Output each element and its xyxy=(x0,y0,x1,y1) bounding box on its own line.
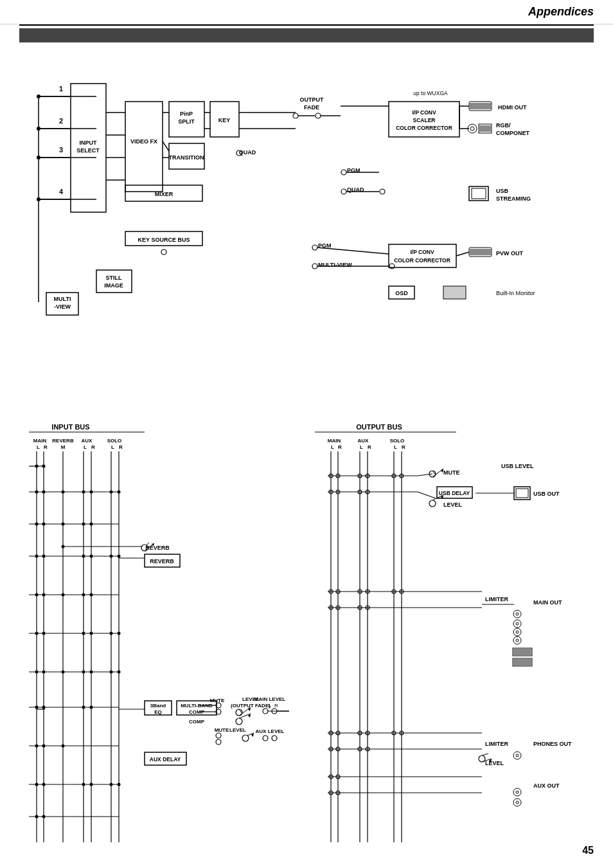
svg-point-293 xyxy=(513,620,521,628)
svg-point-209 xyxy=(62,545,65,548)
svg-point-147 xyxy=(118,491,121,494)
svg-point-173 xyxy=(118,632,121,635)
page-container: Appendices 1 2 3 4 xyxy=(0,0,613,868)
svg-point-152 xyxy=(82,523,85,526)
svg-text:MUTE: MUTE xyxy=(215,727,229,733)
svg-text:SOLO: SOLO xyxy=(390,438,405,444)
svg-point-232 xyxy=(236,718,242,725)
svg-text:USB LEVEL: USB LEVEL xyxy=(501,463,534,469)
svg-point-195 xyxy=(90,783,93,786)
svg-text:INPUT: INPUT xyxy=(80,140,98,146)
svg-point-155 xyxy=(35,555,39,558)
svg-line-104 xyxy=(456,252,469,256)
svg-point-279 xyxy=(429,500,436,507)
svg-point-143 xyxy=(62,491,65,494)
svg-point-151 xyxy=(62,523,65,526)
svg-point-84 xyxy=(341,189,346,194)
svg-point-160 xyxy=(118,555,121,558)
svg-point-176 xyxy=(42,671,46,674)
svg-text:SELECT: SELECT xyxy=(76,147,100,154)
svg-point-337 xyxy=(513,788,521,796)
svg-text:RGB/: RGB/ xyxy=(496,122,511,129)
svg-text:LEVEL: LEVEL xyxy=(229,727,246,733)
svg-point-180 xyxy=(110,671,113,674)
svg-text:STILL: STILL xyxy=(106,275,122,281)
svg-text:KEY SOURCE BUS: KEY SOURCE BUS xyxy=(138,237,190,243)
svg-rect-24 xyxy=(125,102,163,192)
svg-point-86 xyxy=(380,189,385,194)
svg-rect-302 xyxy=(513,659,531,665)
svg-text:4: 4 xyxy=(59,188,64,195)
svg-text:R: R xyxy=(119,444,123,450)
svg-text:PHONES OUT: PHONES OUT xyxy=(533,741,572,747)
svg-text:SCALER: SCALER xyxy=(413,117,436,123)
svg-point-169 xyxy=(42,632,46,635)
svg-rect-87 xyxy=(389,244,456,267)
svg-point-51 xyxy=(161,249,166,255)
svg-text:AUX LEVEL: AUX LEVEL xyxy=(256,728,285,734)
svg-text:MAIN OUT: MAIN OUT xyxy=(533,599,562,606)
svg-text:L: L xyxy=(360,444,363,450)
svg-rect-102 xyxy=(443,286,466,299)
svg-text:LEVEL: LEVEL xyxy=(485,760,504,766)
svg-point-142 xyxy=(42,491,46,494)
svg-point-298 xyxy=(516,639,519,642)
svg-text:SPLIT: SPLIT xyxy=(178,118,195,125)
svg-text:L: L xyxy=(84,444,87,450)
svg-point-188 xyxy=(35,745,39,748)
svg-text:M: M xyxy=(61,444,66,450)
svg-text:SOLO: SOLO xyxy=(107,438,122,444)
svg-point-243 xyxy=(263,736,268,741)
svg-point-159 xyxy=(110,555,113,558)
svg-text:1: 1 xyxy=(59,85,63,93)
svg-point-338 xyxy=(516,791,519,793)
svg-text:R: R xyxy=(338,444,342,450)
video-diagram-svg: 1 2 3 4 INPUT SELECT xyxy=(19,45,594,405)
svg-text:MUTE: MUTE xyxy=(443,469,460,476)
svg-text:HDMI OUT: HDMI OUT xyxy=(498,104,527,111)
svg-point-292 xyxy=(516,613,519,615)
svg-point-189 xyxy=(42,745,46,748)
svg-point-192 xyxy=(35,783,39,786)
svg-text:AUX OUT: AUX OUT xyxy=(533,782,560,789)
video-diagram-area: 1 2 3 4 INPUT SELECT xyxy=(19,45,594,405)
svg-point-250 xyxy=(216,733,221,738)
svg-text:USB: USB xyxy=(496,188,509,194)
svg-text:L: L xyxy=(331,444,334,450)
svg-point-185 xyxy=(82,706,85,709)
svg-text:PVW OUT: PVW OUT xyxy=(496,250,524,257)
svg-point-323 xyxy=(516,754,519,757)
svg-text:2: 2 xyxy=(59,117,63,125)
svg-rect-283 xyxy=(516,489,528,498)
svg-point-163 xyxy=(42,593,46,597)
svg-point-178 xyxy=(82,671,85,674)
svg-point-141 xyxy=(35,491,39,494)
page-number: 45 xyxy=(582,845,594,856)
svg-text:MAIN: MAIN xyxy=(33,438,47,444)
svg-text:MAIN LEVEL: MAIN LEVEL xyxy=(254,696,286,702)
svg-text:up to WUXGA: up to WUXGA xyxy=(413,90,448,96)
svg-text:COMP: COMP xyxy=(189,719,205,725)
svg-text:AUX: AUX xyxy=(358,438,369,444)
svg-text:Built-In Monitor: Built-In Monitor xyxy=(496,290,535,296)
svg-text:L: L xyxy=(394,444,397,450)
svg-point-70 xyxy=(468,124,477,133)
svg-text:R: R xyxy=(274,703,278,709)
svg-rect-77 xyxy=(472,188,486,199)
svg-rect-52 xyxy=(96,270,132,293)
header-line xyxy=(19,24,594,26)
svg-point-153 xyxy=(90,523,93,526)
svg-text:L: L xyxy=(111,444,114,450)
svg-point-165 xyxy=(82,593,85,597)
svg-point-181 xyxy=(118,671,121,674)
svg-text:R: R xyxy=(91,444,95,450)
svg-point-175 xyxy=(35,671,39,674)
svg-text:AUX: AUX xyxy=(82,438,93,444)
page-title: Appendices xyxy=(528,5,594,19)
svg-point-291 xyxy=(513,610,521,618)
svg-point-158 xyxy=(90,555,93,558)
svg-text:R: R xyxy=(44,444,48,450)
svg-text:L: L xyxy=(269,703,272,709)
svg-line-95 xyxy=(317,248,389,254)
svg-point-296 xyxy=(516,631,519,633)
